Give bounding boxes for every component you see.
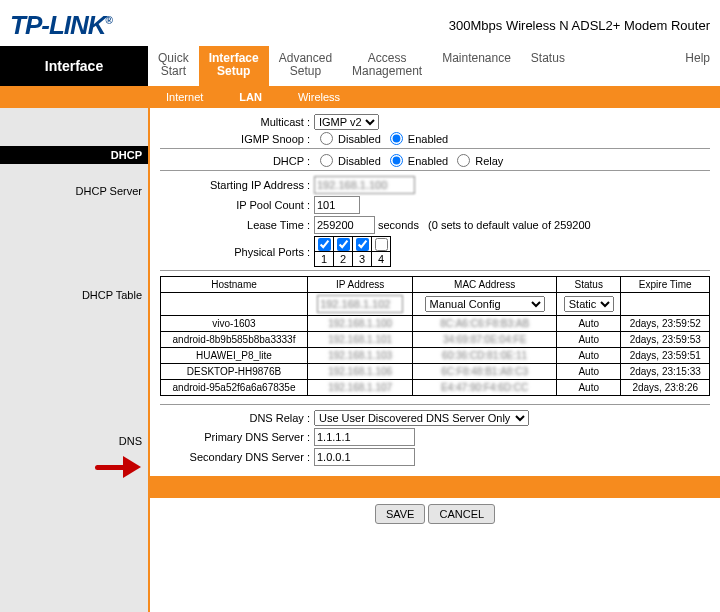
manual-ip-input[interactable]	[317, 295, 403, 313]
table-row: android-8b9b585b8ba3333f192.168.1.10134:…	[161, 332, 710, 348]
dhcp-mode-label: DHCP :	[160, 155, 314, 167]
col-mac: MAC Address	[413, 277, 557, 293]
tab-status[interactable]: Status	[521, 46, 575, 86]
secondary-dns-input[interactable]	[314, 448, 415, 466]
port-2-checkbox[interactable]	[337, 238, 350, 251]
tab-access-management[interactable]: AccessManagement	[342, 46, 432, 86]
igmp-snoop-label: IGMP Snoop :	[160, 133, 314, 145]
subtab-wireless[interactable]: Wireless	[280, 91, 358, 103]
brand-logo: TP-LINK®	[10, 10, 112, 41]
col-ip: IP Address	[308, 277, 413, 293]
ports-label: Physical Ports :	[160, 246, 314, 258]
col-expire: Expire Time	[621, 277, 710, 293]
dhcp-table: Hostname IP Address MAC Address Status E…	[160, 276, 710, 396]
side-label-dns: DNS	[0, 432, 148, 450]
igmp-enabled-text: Enabled	[408, 133, 448, 145]
start-ip-label: Starting IP Address :	[160, 179, 314, 191]
manual-mac-select[interactable]: Manual Config	[425, 296, 545, 312]
product-tagline: 300Mbps Wireless N ADSL2+ Modem Router	[449, 18, 710, 33]
save-button[interactable]: SAVE	[375, 504, 426, 524]
port-3-num: 3	[353, 252, 371, 266]
subtab-internet[interactable]: Internet	[148, 91, 221, 103]
side-section-dhcp: DHCP	[0, 146, 148, 164]
lease-note: (0 sets to default value of 259200	[428, 219, 591, 231]
col-status: Status	[556, 277, 621, 293]
table-row: HUAWEI_P8_lite192.168.1.10360:36:CD:81:0…	[161, 348, 710, 364]
table-row: android-95a52f6a6a67835e192.168.1.107E4:…	[161, 380, 710, 396]
secondary-dns-label: Secondary DNS Server :	[160, 451, 314, 463]
table-row-manual: Manual Config Static	[161, 293, 710, 316]
dns-relay-label: DNS Relay :	[160, 412, 314, 424]
port-2-num: 2	[334, 252, 352, 266]
start-ip-input[interactable]	[314, 176, 415, 194]
lease-time-label: Lease Time :	[160, 219, 314, 231]
dhcp-relay-radio[interactable]	[457, 154, 470, 167]
port-3-checkbox[interactable]	[356, 238, 369, 251]
dhcp-enabled-radio[interactable]	[390, 154, 403, 167]
igmp-enabled-radio[interactable]	[390, 132, 403, 145]
table-row: DESKTOP-HH9876B192.168.1.1066C:F8:48:B1:…	[161, 364, 710, 380]
pool-count-input[interactable]	[314, 196, 360, 214]
lease-unit: seconds	[378, 219, 419, 231]
multicast-label: Multicast :	[160, 116, 314, 128]
pool-count-label: IP Pool Count :	[160, 199, 314, 211]
tab-maintenance[interactable]: Maintenance	[432, 46, 521, 86]
table-row: vivo-1603192.168.1.1008C:A6:C6:F8:B3:ABA…	[161, 316, 710, 332]
dhcp-enabled-text: Enabled	[408, 155, 448, 167]
multicast-select[interactable]: IGMP v2	[314, 114, 379, 130]
primary-dns-label: Primary DNS Server :	[160, 431, 314, 443]
tab-advanced-setup[interactable]: AdvancedSetup	[269, 46, 342, 86]
col-hostname: Hostname	[161, 277, 308, 293]
manual-status-select[interactable]: Static	[564, 296, 614, 312]
dhcp-relay-text: Relay	[475, 155, 503, 167]
port-1-num: 1	[315, 252, 333, 266]
tab-interface-setup[interactable]: InterfaceSetup	[199, 46, 269, 86]
dns-relay-select[interactable]: Use User Discovered DNS Server Only	[314, 410, 529, 426]
port-4-num: 4	[372, 252, 390, 266]
section-title: Interface	[0, 46, 148, 86]
cancel-button[interactable]: CANCEL	[428, 504, 495, 524]
side-label-dhcp-server: DHCP Server	[0, 182, 148, 200]
dhcp-disabled-radio[interactable]	[320, 154, 333, 167]
port-1-checkbox[interactable]	[318, 238, 331, 251]
subtab-lan[interactable]: LAN	[221, 91, 280, 103]
primary-dns-input[interactable]	[314, 428, 415, 446]
port-4-checkbox[interactable]	[375, 238, 388, 251]
lease-time-input[interactable]	[314, 216, 375, 234]
tab-quick-start[interactable]: QuickStart	[148, 46, 199, 86]
dhcp-disabled-text: Disabled	[338, 155, 381, 167]
side-label-dhcp-table: DHCP Table	[0, 286, 148, 304]
physical-ports-grid: 1 2 3 4	[314, 236, 391, 267]
igmp-disabled-text: Disabled	[338, 133, 381, 145]
tab-help[interactable]: Help	[675, 46, 720, 86]
igmp-disabled-radio[interactable]	[320, 132, 333, 145]
